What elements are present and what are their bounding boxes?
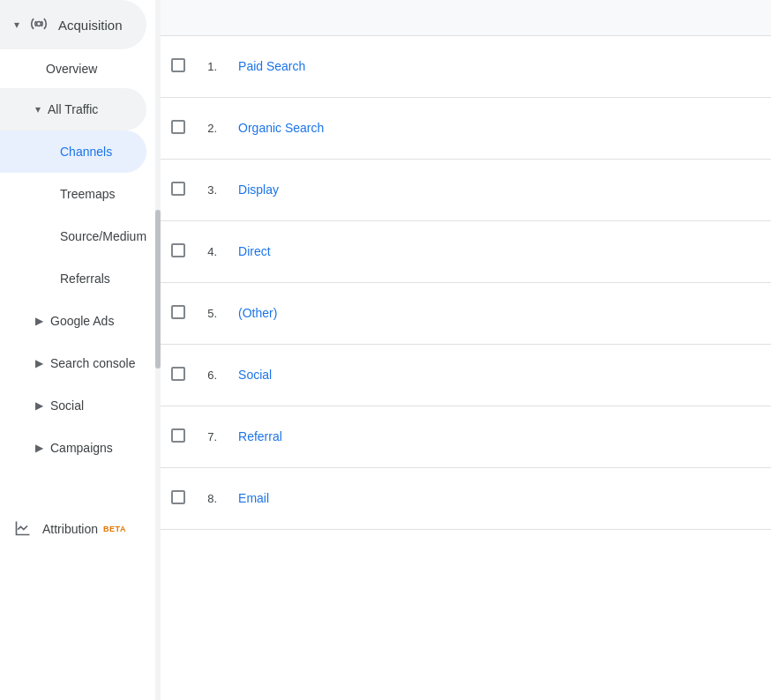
checkbox-cell-1[interactable] — [161, 35, 196, 97]
sidebar-item-treemaps[interactable]: Treemaps — [0, 173, 161, 215]
row-number-4: 4. — [196, 220, 228, 282]
row-checkbox-7[interactable] — [171, 428, 185, 443]
chevron-down-icon: ▾ — [14, 19, 19, 31]
channel-name-2[interactable]: Organic Search — [228, 97, 771, 159]
sidebar-item-campaigns[interactable]: ▶ Campaigns — [0, 427, 161, 469]
checkbox-cell-4[interactable] — [161, 220, 196, 282]
row-checkbox-6[interactable] — [171, 367, 185, 381]
table-row: 1. Paid Search — [161, 35, 771, 97]
referrals-label: Referrals — [60, 272, 110, 286]
row-number-3: 3. — [196, 159, 228, 220]
sidebar: ▾ Acquisition Overview ▾ All Traffic — [0, 0, 161, 700]
row-checkbox-5[interactable] — [171, 305, 185, 319]
attribution-icon — [14, 519, 32, 540]
row-number-2: 2. — [196, 97, 228, 159]
checkbox-cell-8[interactable] — [161, 467, 196, 529]
checkbox-cell-2[interactable] — [161, 97, 196, 159]
social-label: Social — [50, 398, 84, 413]
main-content: 1. Paid Search 2. Organic Search 3. Disp… — [161, 0, 771, 700]
table-row: 6. Social — [161, 344, 771, 406]
row-number-7: 7. — [196, 406, 228, 467]
table-row: 3. Display — [161, 159, 771, 220]
chevron-right-icon-google-ads: ▶ — [35, 315, 43, 327]
channel-name-4[interactable]: Direct — [228, 220, 771, 282]
acquisition-label: Acquisition — [58, 18, 123, 33]
checkbox-cell-7[interactable] — [161, 406, 196, 467]
table-row: 2. Organic Search — [161, 97, 771, 159]
sidebar-item-referrals[interactable]: Referrals — [0, 257, 161, 300]
row-checkbox-4[interactable] — [171, 243, 185, 257]
header-channel-cell — [228, 0, 771, 35]
channels-label: Channels — [60, 145, 112, 159]
sidebar-item-all-traffic[interactable]: ▾ All Traffic — [0, 88, 146, 130]
sidebar-item-channels[interactable]: Channels — [0, 130, 146, 173]
acquisition-icon — [30, 15, 48, 35]
table-row: 5. (Other) — [161, 282, 771, 344]
header-number-cell — [196, 0, 228, 35]
campaigns-label: Campaigns — [50, 441, 113, 455]
all-traffic-label: All Traffic — [48, 102, 98, 116]
overview-label: Overview — [46, 62, 97, 76]
channel-name-8[interactable]: Email — [228, 467, 771, 529]
table-row: 7. Referral — [161, 406, 771, 467]
channel-name-7[interactable]: Referral — [228, 406, 771, 467]
beta-badge: BETA — [103, 525, 126, 533]
sidebar-item-attribution[interactable]: Attribution BETA — [0, 504, 161, 554]
row-number-5: 5. — [196, 282, 228, 344]
row-number-8: 8. — [196, 467, 228, 529]
sidebar-item-social[interactable]: ▶ Social — [0, 384, 161, 427]
chevron-right-icon-search-console: ▶ — [35, 357, 43, 369]
treemaps-label: Treemaps — [60, 187, 116, 201]
search-console-label: Search console — [50, 356, 136, 370]
checkbox-cell-3[interactable] — [161, 159, 196, 220]
google-ads-label: Google Ads — [50, 314, 114, 328]
channel-name-1[interactable]: Paid Search — [228, 35, 771, 97]
channels-table: 1. Paid Search 2. Organic Search 3. Disp… — [161, 0, 771, 530]
sidebar-item-acquisition[interactable]: ▾ Acquisition — [0, 0, 146, 49]
chevron-down-icon-traffic: ▾ — [35, 103, 41, 115]
table-row: 4. Direct — [161, 220, 771, 282]
row-checkbox-2[interactable] — [171, 120, 185, 134]
chevron-right-icon-campaigns: ▶ — [35, 442, 43, 454]
row-number-6: 6. — [196, 344, 228, 406]
row-checkbox-3[interactable] — [171, 182, 185, 196]
attribution-label: Attribution — [42, 522, 98, 536]
channel-name-3[interactable]: Display — [228, 159, 771, 220]
checkbox-cell-6[interactable] — [161, 344, 196, 406]
table-header — [161, 0, 771, 35]
scrollbar-thumb[interactable] — [155, 210, 161, 369]
chevron-right-icon-social: ▶ — [35, 399, 43, 412]
row-checkbox-8[interactable] — [171, 490, 185, 504]
sidebar-item-overview[interactable]: Overview — [0, 49, 161, 88]
sidebar-item-search-console[interactable]: ▶ Search console — [0, 342, 161, 384]
table-row: 8. Email — [161, 467, 771, 529]
svg-point-0 — [37, 21, 41, 26]
header-checkbox-cell — [161, 0, 196, 35]
sidebar-item-google-ads[interactable]: ▶ Google Ads — [0, 300, 161, 342]
row-checkbox-1[interactable] — [171, 58, 185, 72]
source-medium-label: Source/Medium — [60, 229, 146, 243]
checkbox-cell-5[interactable] — [161, 282, 196, 344]
row-number-1: 1. — [196, 35, 228, 97]
channel-name-6[interactable]: Social — [228, 344, 771, 406]
scrollbar-track — [155, 0, 161, 700]
sidebar-item-source-medium[interactable]: Source/Medium — [0, 215, 161, 257]
channel-name-5[interactable]: (Other) — [228, 282, 771, 344]
